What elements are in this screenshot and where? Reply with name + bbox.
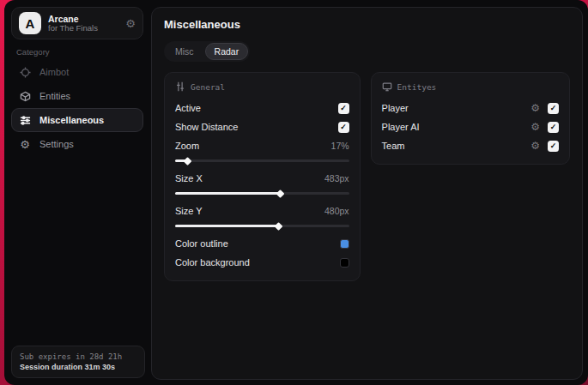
header-gear-icon[interactable]: ⚙ xyxy=(125,17,136,30)
sidebar-item-miscellaneous[interactable]: Miscellaneous xyxy=(11,108,143,132)
subscription-card: Sub expires in 28d 21h Session duration … xyxy=(11,346,145,378)
entities-panel: Entityes Player ⚙ ✓ Player AI ⚙ ✓ xyxy=(371,72,570,165)
sidebar-nav: Aimbot Entities Miscellaneous ⚙ Settings xyxy=(11,60,143,156)
app-logo: A xyxy=(19,12,41,34)
app-subtitle: for The Finals xyxy=(48,24,118,33)
app-window: A Arcane for The Finals ⚙ Category Aimbo… xyxy=(4,0,588,385)
zoom-slider-thumb[interactable] xyxy=(184,157,192,165)
player-ai-checkbox[interactable]: ✓ xyxy=(548,122,559,133)
entity-row-player: Player ⚙ ✓ xyxy=(382,99,559,117)
app-name: Arcane xyxy=(48,14,118,24)
active-checkbox[interactable]: ✓ xyxy=(338,103,349,114)
entity-row-team: Team ⚙ ✓ xyxy=(382,136,559,155)
crosshair-icon xyxy=(19,66,31,78)
session-duration-text: Session duration 31m 30s xyxy=(20,363,136,371)
sidebar: A Arcane for The Finals ⚙ Category Aimbo… xyxy=(4,0,150,385)
main-panel: Miscellaneous Misc Radar General Active … xyxy=(151,7,583,380)
player-gear-icon[interactable]: ⚙ xyxy=(530,103,540,113)
sidebar-item-label: Miscellaneous xyxy=(39,115,104,125)
team-checkbox[interactable]: ✓ xyxy=(548,141,559,152)
zoom-value: 17% xyxy=(331,141,349,151)
size-y-value: 480px xyxy=(324,206,349,216)
player-checkbox[interactable]: ✓ xyxy=(548,103,559,114)
sub-expires-text: Sub expires in 28d 21h xyxy=(20,352,136,361)
entities-panel-title: Entityes xyxy=(397,82,437,92)
sidebar-item-label: Aimbot xyxy=(39,67,69,77)
size-y-slider-thumb[interactable] xyxy=(274,222,282,231)
sliders-icon xyxy=(19,114,31,126)
toggle-row-active: Active ✓ xyxy=(175,99,349,117)
size-x-slider-thumb[interactable] xyxy=(276,189,284,198)
color-row-background: Color background xyxy=(175,253,349,272)
tab-radar[interactable]: Radar xyxy=(205,43,249,60)
show-distance-checkbox[interactable]: ✓ xyxy=(338,122,349,133)
gear-icon: ⚙ xyxy=(19,138,31,150)
monitor-icon xyxy=(382,81,392,92)
entity-row-player-ai: Player AI ⚙ ✓ xyxy=(382,117,559,136)
general-panel: General Active ✓ Show Distance ✓ Zoom 17… xyxy=(164,72,361,281)
color-outline-swatch[interactable] xyxy=(340,239,349,249)
team-gear-icon[interactable]: ⚙ xyxy=(530,141,540,151)
color-row-outline: Color outline xyxy=(175,234,349,253)
tab-bar: Misc Radar xyxy=(164,41,250,62)
color-background-swatch[interactable] xyxy=(340,258,349,268)
general-panel-title: General xyxy=(191,82,225,92)
sidebar-item-settings[interactable]: ⚙ Settings xyxy=(11,132,143,156)
sidebar-item-entities[interactable]: Entities xyxy=(11,84,143,108)
slider-row-size-x: Size X 483px xyxy=(175,169,349,188)
sidebar-item-label: Entities xyxy=(39,91,70,101)
slider-row-size-y: Size Y 480px xyxy=(175,202,349,220)
page-title: Miscellaneous xyxy=(164,18,570,31)
category-label: Category xyxy=(16,47,50,57)
cube-icon xyxy=(19,90,31,102)
zoom-slider[interactable] xyxy=(175,159,349,162)
tab-misc[interactable]: Misc xyxy=(166,43,203,60)
slider-row-zoom: Zoom 17% xyxy=(175,136,349,155)
sidebar-item-aimbot[interactable]: Aimbot xyxy=(11,60,143,84)
size-x-value: 483px xyxy=(324,173,349,183)
sidebar-item-label: Settings xyxy=(39,139,74,149)
player-ai-gear-icon[interactable]: ⚙ xyxy=(530,122,540,132)
app-header-card: A Arcane for The Finals ⚙ xyxy=(11,7,143,39)
sliders-vertical-icon xyxy=(175,81,185,92)
toggle-row-show-distance: Show Distance ✓ xyxy=(175,117,349,136)
size-y-slider[interactable] xyxy=(175,225,349,227)
size-x-slider[interactable] xyxy=(175,192,349,195)
